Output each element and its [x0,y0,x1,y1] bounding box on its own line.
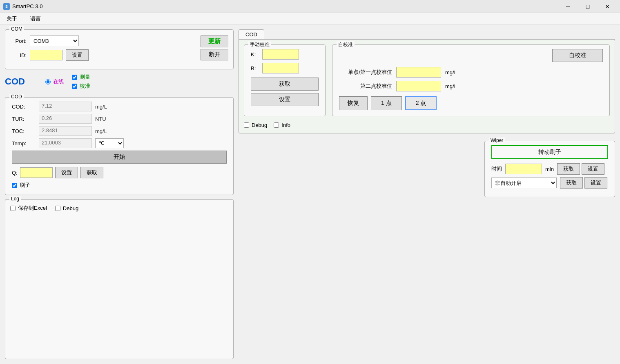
main-content: COM Port: COM3 COM1 COM2 COM4 ID [0,24,620,364]
time-buttons: 获取 设置 [557,163,604,175]
cod-value-row: COD: 7.12 mg/L [12,102,227,111]
time-input[interactable]: 30 [505,164,542,174]
debug-info-row: Debug Info [244,122,610,128]
log-debug-row: Debug [55,205,78,211]
b-row: B: 0 [251,63,319,73]
self-calib-button[interactable]: 自校准 [552,49,603,62]
app-title: SmartPC 3.0 [12,3,42,9]
point2-button[interactable]: 2 点 [405,96,437,110]
wiper-mode-select[interactable]: 非自动开启 自动开启 [491,178,557,188]
id-input[interactable]: 01 [30,50,62,60]
cod-value-label: COD: [12,104,36,110]
info-label: Info [281,122,290,128]
temp-label: Temp: [12,140,36,146]
window-controls: ─ □ ✕ [559,0,617,13]
save-excel-checkbox[interactable] [10,206,16,211]
wiper-mode-row: 非自动开启 自动开启 获取 设置 [491,177,608,189]
maximize-button[interactable]: □ [578,0,597,13]
point2-row: 第二点校准值 450 mg/L [339,81,603,91]
port-label: Port: [10,38,27,44]
restore-button[interactable]: 恢复 [339,96,368,110]
toc-unit: mg/L [95,128,112,134]
toc-value-display: 2.8481 [39,126,92,136]
cod-checkboxes: 测量 校准 [72,73,90,90]
temp-unit-select[interactable]: ℃ ℉ [95,138,124,148]
tur-value-row: TUR: 0.26 NTU [12,114,227,124]
close-button[interactable]: ✕ [598,0,617,13]
save-excel-row: 保存到Excel [10,204,47,212]
point1-input[interactable]: 150 [396,67,441,78]
temp-value-row: Temp: 21.0003 ℃ ℉ [12,138,227,148]
toc-value-row: TOC: 2.8481 mg/L [12,126,227,136]
calib-label: 校准 [80,82,90,90]
com-group: COM Port: COM3 COM1 COM2 COM4 ID [5,29,234,69]
rotate-brush-button[interactable]: 转动刷子 [491,145,608,159]
debug-checkbox[interactable] [244,122,249,128]
cod-header: COD 在线 测量 校准 [5,73,234,90]
right-panel: COD 手动校准 K: 1 B: 0 [239,29,615,359]
cod-title: COD [5,76,25,87]
q-get-button[interactable]: 获取 [80,167,103,178]
tur-unit: NTU [95,116,112,122]
info-row: Info [274,122,290,128]
b-label: B: [251,65,259,71]
wiper-title: Wiper [489,138,505,143]
tur-value-display: 0.26 [39,114,92,124]
cod-tab[interactable]: COD [239,29,264,39]
info-checkbox[interactable] [274,122,279,128]
q-set-button[interactable]: 设置 [55,167,78,178]
brush-label: 刷子 [20,182,30,189]
online-label: 在线 [53,78,64,85]
wiper-time-row: 时间 30 min 获取 设置 [491,163,608,175]
log-debug-checkbox[interactable] [55,206,60,211]
port-select[interactable]: COM3 COM1 COM2 COM4 [30,36,79,46]
k-input[interactable]: 1 [262,49,299,60]
cod-right-panel: 手动校准 K: 1 B: 0 获取 设置 [239,40,615,133]
point1-unit: mg/L [445,69,460,75]
point1-button[interactable]: 1 点 [371,96,402,110]
point2-unit: mg/L [445,83,460,89]
point2-input[interactable]: 450 [396,81,441,91]
time-label: 时间 [491,165,502,173]
measure-row: 测量 [72,73,90,81]
manual-calib-title: 手动校准 [248,41,271,48]
point1-label: 单点/第一点校准值 [339,69,392,76]
mode-get-button[interactable]: 获取 [560,177,583,189]
time-unit: min [545,166,554,172]
brush-checkbox[interactable] [12,183,17,188]
manual-set-button[interactable]: 设置 [251,93,319,106]
cod-data-group: COD COD: 7.12 mg/L TUR: 0.26 NTU TOC: 2.… [5,97,234,195]
point1-row: 单点/第一点校准值 150 mg/L [339,67,603,78]
toc-label: TOC: [12,128,36,134]
save-excel-label: 保存到Excel [18,204,47,212]
time-set-button[interactable]: 设置 [582,163,604,175]
menu-about[interactable]: 关于 [3,14,20,23]
q-label: Q: [12,170,18,176]
auto-calib-buttons: 恢复 1 点 2 点 [339,96,603,110]
log-section: Log 保存到Excel Debug [5,199,234,359]
left-panel: COM Port: COM3 COM1 COM2 COM4 ID [5,29,234,359]
k-label: K: [251,51,259,58]
b-input[interactable]: 0 [262,63,299,73]
start-button[interactable]: 开始 [12,151,227,164]
mode-set-button[interactable]: 设置 [584,177,607,189]
menu-language[interactable]: 语言 [27,14,44,23]
log-debug-label: Debug [63,205,78,211]
minimize-button[interactable]: ─ [559,0,578,13]
com-buttons: 更新 断开 [201,36,228,60]
online-radio[interactable] [45,79,51,84]
debug-label: Debug [252,122,267,128]
online-row: 在线 [45,78,64,85]
mode-buttons: 获取 设置 [560,177,607,189]
disconnect-button[interactable]: 断开 [201,49,228,60]
time-get-button[interactable]: 获取 [557,163,580,175]
tur-label: TUR: [12,116,36,122]
id-set-button[interactable]: 设置 [66,49,89,61]
update-button[interactable]: 更新 [201,36,228,47]
wiper-area: Wiper 转动刷子 时间 30 min 获取 设置 非自动开启 自动开启 [239,141,615,197]
manual-get-button[interactable]: 获取 [251,78,319,91]
q-input[interactable]: 0 [20,167,53,178]
measure-checkbox[interactable] [72,75,77,80]
tab-bar: COD [239,29,615,40]
calib-checkbox[interactable] [72,84,77,89]
